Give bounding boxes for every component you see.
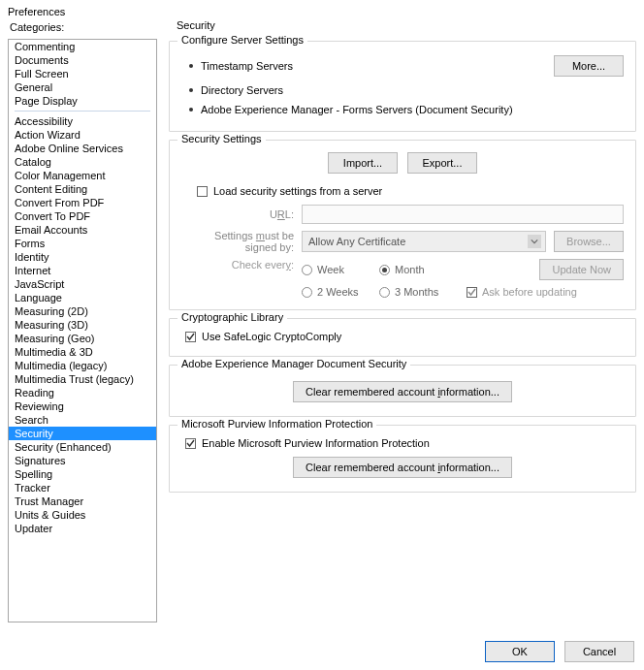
- check-every-label: Check every:: [181, 259, 302, 271]
- clear-purview-button[interactable]: Clear remembered account information...: [293, 457, 512, 478]
- category-item[interactable]: Signatures: [9, 454, 156, 467]
- category-item[interactable]: Action Wizard: [9, 128, 156, 142]
- group-security-settings: Security Settings Import... Export... Lo…: [169, 140, 636, 310]
- category-item[interactable]: Commenting: [9, 40, 156, 53]
- radio-week[interactable]: Week: [302, 264, 379, 275]
- categories-label: Categories:: [8, 21, 157, 39]
- category-item[interactable]: Adobe Online Services: [9, 142, 156, 155]
- category-item[interactable]: Multimedia (legacy): [9, 359, 156, 372]
- category-item[interactable]: Multimedia & 3D: [9, 345, 156, 359]
- category-item[interactable]: Search: [9, 413, 156, 427]
- category-item[interactable]: Full Screen: [9, 67, 156, 80]
- category-item[interactable]: Reading: [9, 386, 156, 399]
- group-title-aem: Adobe Experience Manager Document Securi…: [177, 358, 410, 369]
- browse-button[interactable]: Browse...: [554, 231, 624, 252]
- load-settings-checkbox[interactable]: [197, 186, 208, 197]
- categories-listbox[interactable]: CommentingDocumentsFull ScreenGeneralPag…: [8, 39, 157, 622]
- use-safelogic-label: Use SafeLogic CryptoComply: [202, 331, 341, 342]
- radio-3months[interactable]: 3 Months: [379, 286, 467, 298]
- category-item[interactable]: Email Accounts: [9, 223, 156, 237]
- export-button[interactable]: Export...: [407, 152, 477, 174]
- category-item[interactable]: Trust Manager: [9, 495, 156, 508]
- category-item[interactable]: Language: [9, 291, 156, 304]
- group-title-purview: Microsoft Purview Information Protection: [177, 418, 376, 430]
- category-item[interactable]: Security (Enhanced): [9, 440, 156, 454]
- radio-month[interactable]: Month: [379, 264, 467, 275]
- category-item[interactable]: Content Editing: [9, 182, 156, 196]
- url-input[interactable]: [302, 205, 624, 224]
- category-item[interactable]: Units & Guides: [9, 508, 156, 522]
- group-server-settings: Configure Server Settings Timestamp Serv…: [169, 41, 636, 132]
- category-item[interactable]: Internet: [9, 264, 156, 277]
- category-item[interactable]: Measuring (3D): [9, 318, 156, 332]
- list-divider: [15, 111, 150, 112]
- category-item[interactable]: Identity: [9, 250, 156, 264]
- import-button[interactable]: Import...: [328, 152, 398, 174]
- category-item[interactable]: Page Display: [9, 94, 156, 108]
- use-safelogic-checkbox[interactable]: [185, 332, 196, 342]
- server-item-aem: Adobe Experience Manager - Forms Servers…: [201, 104, 624, 115]
- cancel-button[interactable]: Cancel: [564, 641, 634, 662]
- category-item[interactable]: Forms: [9, 237, 156, 250]
- bullet-icon: [189, 88, 193, 92]
- category-item[interactable]: Reviewing: [9, 399, 156, 413]
- group-aem: Adobe Experience Manager Document Securi…: [169, 365, 636, 417]
- chevron-down-icon: [528, 235, 541, 248]
- bullet-icon: [189, 64, 193, 68]
- radio-2weeks[interactable]: 2 Weeks: [302, 286, 379, 298]
- signed-by-label: Settings must be signed by:: [181, 230, 302, 253]
- more-button[interactable]: More...: [554, 55, 624, 77]
- category-item[interactable]: JavaScript: [9, 277, 156, 291]
- category-item[interactable]: Accessibility: [9, 114, 156, 128]
- load-settings-label: Load security settings from a server: [213, 185, 382, 197]
- category-item[interactable]: Security: [9, 427, 156, 440]
- panel-title: Security: [177, 19, 215, 31]
- category-item[interactable]: General: [9, 80, 156, 94]
- category-item[interactable]: Tracker: [9, 481, 156, 495]
- window-title: Preferences: [0, 0, 644, 21]
- group-title-security-settings: Security Settings: [177, 133, 266, 144]
- group-title-crypto: Cryptographic Library: [177, 311, 287, 323]
- category-item[interactable]: Measuring (Geo): [9, 332, 156, 345]
- category-item[interactable]: Color Management: [9, 169, 156, 182]
- category-item[interactable]: Multimedia Trust (legacy): [9, 372, 156, 386]
- ok-button[interactable]: OK: [485, 641, 555, 662]
- server-item-timestamp: Timestamp Servers: [201, 60, 554, 72]
- update-now-button[interactable]: Update Now: [539, 259, 624, 280]
- enable-purview-label: Enable Microsoft Purview Information Pro…: [202, 437, 430, 449]
- group-crypto: Cryptographic Library Use SafeLogic Cryp…: [169, 318, 636, 357]
- category-item[interactable]: Catalog: [9, 155, 156, 169]
- clear-aem-button[interactable]: Clear remembered account information...: [293, 381, 512, 402]
- bullet-icon: [189, 108, 193, 112]
- enable-purview-checkbox[interactable]: [185, 438, 196, 449]
- category-item[interactable]: Measuring (2D): [9, 304, 156, 318]
- signed-by-select[interactable]: Allow Any Certificate: [302, 231, 546, 252]
- category-item[interactable]: Convert To PDF: [9, 209, 156, 223]
- group-purview: Microsoft Purview Information Protection…: [169, 425, 636, 493]
- category-item[interactable]: Spelling: [9, 467, 156, 481]
- group-title-server: Configure Server Settings: [177, 34, 307, 46]
- ask-before-updating-checkbox[interactable]: Ask before updating: [467, 286, 577, 298]
- category-item[interactable]: Convert From PDF: [9, 196, 156, 209]
- category-item[interactable]: Documents: [9, 53, 156, 67]
- url-label: URL:: [181, 208, 302, 220]
- category-item[interactable]: Updater: [9, 522, 156, 535]
- server-item-directory: Directory Servers: [201, 84, 624, 96]
